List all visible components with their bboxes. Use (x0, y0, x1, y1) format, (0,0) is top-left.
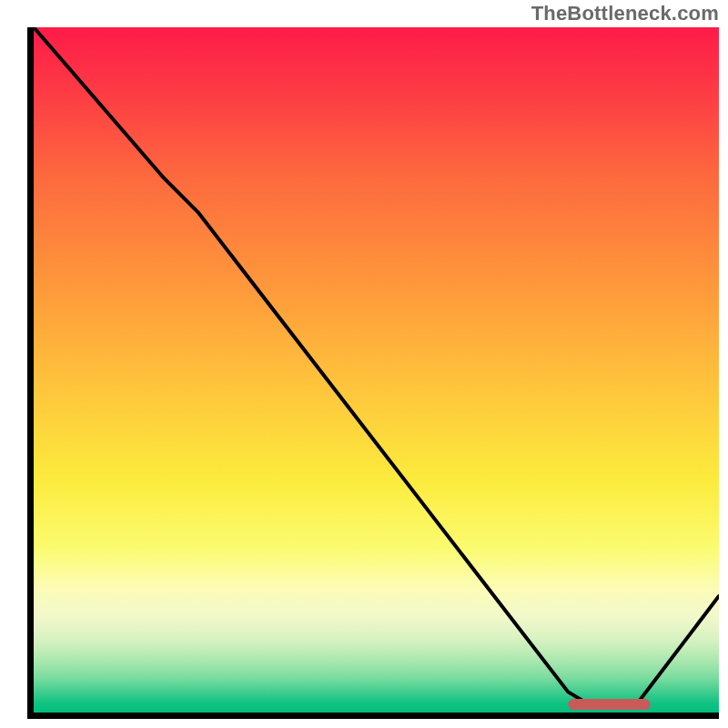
attribution-text: TheBottleneck.com (531, 2, 719, 25)
optimal-marker (568, 699, 650, 710)
curve-line (34, 27, 719, 704)
chart-plot-area (27, 27, 719, 719)
chart-overlay (34, 27, 719, 713)
